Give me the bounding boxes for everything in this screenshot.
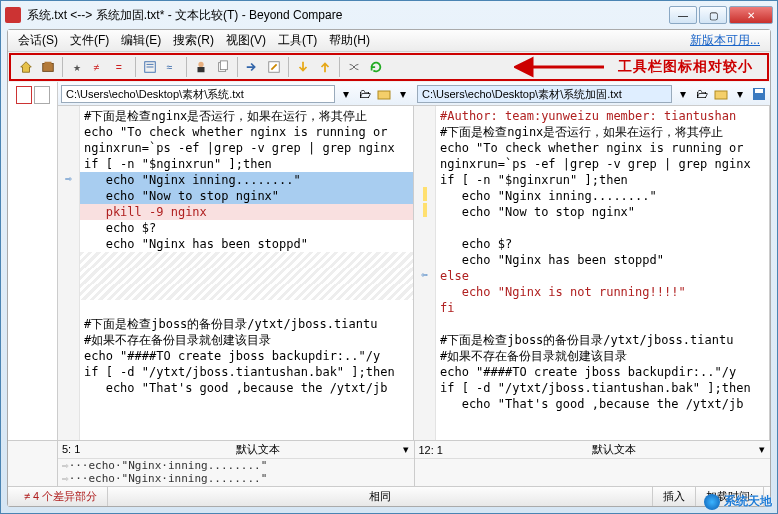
code-line[interactable]: echo "Nginx is not running!!!!"	[436, 284, 769, 300]
rules-icon[interactable]	[140, 57, 160, 77]
code-line[interactable]: nginxrun=`ps -ef |grep -v grep | grep ng…	[436, 156, 769, 172]
code-line[interactable]: pkill -9 nginx	[80, 204, 413, 220]
app-icon	[5, 7, 21, 23]
referee-icon[interactable]	[191, 57, 211, 77]
left-cursor-pos: 5: 1	[58, 443, 118, 455]
code-line[interactable]: echo "To check whether nginx is running …	[436, 140, 769, 156]
menu-search[interactable]: 搜索(R)	[167, 30, 220, 51]
dropdown-icon[interactable]: ▾	[732, 86, 748, 102]
side-tabs	[8, 82, 58, 106]
browse-icon[interactable]: 🗁	[357, 86, 373, 102]
code-line[interactable]: #如果不存在备份目录就创建该目录	[80, 332, 413, 348]
code-line[interactable]: #下面是检查jboss的备份目录/ytxt/jboss.tiantu	[436, 332, 769, 348]
minimize-button[interactable]: —	[669, 6, 697, 24]
code-line[interactable]: #下面是检查nginx是否运行，如果在运行，将其停止	[80, 108, 413, 124]
code-line[interactable]: echo "That's good ,because the /ytxt/jb	[436, 396, 769, 412]
next-diff-down-icon[interactable]	[293, 57, 313, 77]
right-text[interactable]: #Author: team:yunweizu member: tiantusha…	[436, 106, 769, 440]
code-line[interactable]: #Author: team:yunweizu member: tiantusha…	[436, 108, 769, 124]
code-line[interactable]	[80, 252, 413, 268]
code-line[interactable]: else	[436, 268, 769, 284]
svg-marker-0	[21, 62, 32, 73]
prev-diff-up-icon[interactable]	[315, 57, 335, 77]
code-line[interactable]: nginxrun=`ps -ef |grep -v grep | grep ng…	[80, 140, 413, 156]
menu-file[interactable]: 文件(F)	[64, 30, 115, 51]
code-line[interactable]: #下面是检查jboss的备份目录/ytxt/jboss.tiantu	[80, 316, 413, 332]
code-line[interactable]	[80, 284, 413, 300]
left-format-label[interactable]: 默认文本	[118, 442, 398, 457]
right-format-label[interactable]: 默认文本	[475, 442, 755, 457]
close-button[interactable]: ✕	[729, 6, 773, 24]
copy-right-icon[interactable]	[242, 57, 262, 77]
swap-icon[interactable]	[344, 57, 364, 77]
all-icon[interactable]: ★	[67, 57, 87, 77]
side-tab[interactable]	[34, 86, 50, 104]
code-line[interactable]: echo "####TO create jboss backupdir:.."/…	[436, 364, 769, 380]
menu-session[interactable]: 会话(S)	[12, 30, 64, 51]
dropdown-icon[interactable]: ▾	[395, 86, 411, 102]
right-path-input[interactable]: C:\Users\echo\Desktop\素材\系统加固.txt	[417, 85, 672, 103]
code-line[interactable]	[80, 300, 413, 316]
open-folder-icon[interactable]	[713, 86, 729, 102]
code-line[interactable]: echo "####TO create jboss backupdir:.."/…	[80, 348, 413, 364]
svg-text:★: ★	[73, 63, 81, 73]
window-title: 系统.txt <--> 系统加固.txt* - 文本比较(T) - Beyond…	[27, 7, 669, 24]
dropdown-icon[interactable]: ▾	[338, 86, 354, 102]
right-marker-gutter: ⇦	[414, 106, 436, 440]
menu-help[interactable]: 帮助(H)	[323, 30, 376, 51]
code-line[interactable]: if [ -d "/ytxt/jboss.tiantushan.bak" ];t…	[436, 380, 769, 396]
svg-text:=: =	[116, 61, 122, 73]
code-line[interactable]	[436, 220, 769, 236]
code-line[interactable]: if [ -n "$nginxrun" ];then	[436, 172, 769, 188]
new-version-link[interactable]: 新版本可用...	[690, 32, 766, 49]
overview-gutter[interactable]	[8, 106, 58, 440]
code-line[interactable]: echo "Now to stop nginx"	[80, 188, 413, 204]
code-line[interactable]: echo "Now to stop nginx"	[436, 204, 769, 220]
menu-edit[interactable]: 编辑(E)	[115, 30, 167, 51]
svg-rect-1	[43, 64, 54, 72]
code-line[interactable]: echo "Nginx has been stoppd"	[80, 236, 413, 252]
code-line[interactable]: if [ -n "$nginxrun" ];then	[80, 156, 413, 172]
code-line[interactable]: echo "That's good ,because the /ytxt/jb	[80, 380, 413, 396]
detail-line: ⇨···echo·"Nginx·inning........"	[58, 459, 414, 473]
left-text[interactable]: #下面是检查nginx是否运行，如果在运行，将其停止echo "To check…	[80, 106, 413, 440]
code-line[interactable]: fi	[436, 300, 769, 316]
home-icon[interactable]	[16, 57, 36, 77]
detail-line: ⇨···echo·"Nginx·inning........"	[58, 472, 414, 486]
status-bar: ≠ 4 个差异部分 相同 插入 加载时间:	[8, 486, 770, 506]
diff-icon[interactable]: ≠	[89, 57, 109, 77]
dropdown-icon[interactable]: ▾	[675, 86, 691, 102]
menu-view[interactable]: 视图(V)	[220, 30, 272, 51]
code-line[interactable]: echo "Nginx inning........"	[436, 188, 769, 204]
open-folder-icon[interactable]	[376, 86, 392, 102]
dropdown-icon[interactable]: ▾	[398, 441, 414, 457]
code-line[interactable]: echo $?	[436, 236, 769, 252]
save-icon[interactable]	[751, 86, 767, 102]
edit-icon[interactable]	[264, 57, 284, 77]
browse-icon[interactable]: 🗁	[694, 86, 710, 102]
annotation-arrow-icon	[514, 56, 604, 78]
format-icon[interactable]: ≈	[162, 57, 182, 77]
reload-icon[interactable]	[366, 57, 386, 77]
left-path-input[interactable]: C:\Users\echo\Desktop\素材\系统.txt	[61, 85, 335, 103]
sessions-icon[interactable]	[38, 57, 58, 77]
code-line[interactable]: if [ -d "/ytxt/jboss.tiantushan.bak" ];t…	[80, 364, 413, 380]
code-line[interactable]: echo "Nginx inning........"	[80, 172, 413, 188]
code-line[interactable]: #如果不存在备份目录就创建该目录	[436, 348, 769, 364]
maximize-button[interactable]: ▢	[699, 6, 727, 24]
watermark-logo-icon	[704, 494, 720, 510]
annotation-text: 工具栏图标相对较小	[618, 58, 753, 76]
svg-rect-2	[45, 62, 52, 65]
left-pane: ⇨ #下面是检查nginx是否运行，如果在运行，将其停止echo "To che…	[58, 106, 414, 440]
code-line[interactable]: #下面是检查nginx是否运行，如果在运行，将其停止	[436, 124, 769, 140]
copy-icon[interactable]	[213, 57, 233, 77]
side-tab[interactable]	[16, 86, 32, 104]
dropdown-icon[interactable]: ▾	[754, 442, 770, 458]
menu-tools[interactable]: 工具(T)	[272, 30, 323, 51]
code-line[interactable]: echo $?	[80, 220, 413, 236]
code-line[interactable]: echo "To check whether nginx is running …	[80, 124, 413, 140]
code-line[interactable]: echo "Nginx has been stoppd"	[436, 252, 769, 268]
same-icon[interactable]: =	[111, 57, 131, 77]
code-line[interactable]	[80, 268, 413, 284]
code-line[interactable]	[436, 316, 769, 332]
